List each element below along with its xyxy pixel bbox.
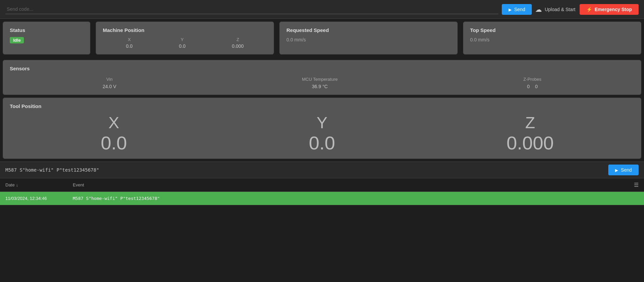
machine-position-title: Machine Position (103, 27, 267, 33)
vin-value: 24.0 V (103, 84, 116, 89)
cmd-send-label: Send (621, 167, 632, 173)
tool-y-label: Y (218, 113, 426, 133)
tool-x-label: X (10, 113, 218, 133)
idle-badge: Idle (10, 37, 24, 43)
tool-y-value: 0.0 (218, 133, 426, 153)
cmd-send-button[interactable]: Send (608, 165, 639, 175)
requested-speed-title: Requested Speed (286, 27, 451, 33)
top-bar: Send Upload & Start Emergency Stop (0, 0, 644, 19)
vin-label: Vin (103, 77, 116, 82)
send-label: Send (514, 7, 525, 12)
bolt-icon (586, 7, 592, 12)
top-right-actions: Upload & Start Emergency Stop (535, 4, 639, 15)
cmd-play-icon (615, 167, 618, 173)
top-speed-value: 0.0 mm/s (470, 37, 634, 42)
status-cards-row: Status Idle Machine Position X 0.0 Y 0.0… (0, 19, 644, 57)
status-card: Status Idle (3, 22, 90, 55)
y-axis-group: Y 0.0 (179, 37, 185, 49)
sort-icon (16, 182, 18, 187)
z-axis-label: Z (232, 37, 244, 42)
x-axis-group: X 0.0 (126, 37, 132, 49)
log-row-date: 11/03/2024, 12:34:46 (5, 196, 73, 201)
mcu-value: 36.9 °C (302, 84, 338, 89)
zprobe-value-1: 0 (527, 84, 530, 89)
tool-z-value: 0.000 (426, 133, 634, 153)
vin-sensor: Vin 24.0 V (103, 77, 116, 89)
emergency-stop-button[interactable]: Emergency Stop (580, 4, 639, 15)
log-table: Date Event 11/03/2024, 12:34:46M587 S"ho… (0, 178, 644, 205)
tool-position-card: Tool Position X 0.0 Y 0.0 Z 0.000 (3, 98, 641, 159)
sensors-title: Sensors (10, 66, 634, 71)
command-bar: M587 S"home-wifi" P"test12345678" Send (0, 162, 644, 178)
sensors-card: Sensors Vin 24.0 V MCU Temperature 36.9 … (3, 60, 641, 95)
sensors-grid: Vin 24.0 V MCU Temperature 36.9 °C Z-Pro… (10, 77, 634, 89)
top-speed-card: Top Speed 0.0 mm/s (463, 22, 641, 55)
y-axis-label: Y (179, 37, 185, 42)
tool-position-section: Tool Position X 0.0 Y 0.0 Z 0.000 (0, 98, 644, 159)
tool-x-value: 0.0 (10, 133, 218, 153)
log-row: 11/03/2024, 12:34:46M587 S"home-wifi" P"… (0, 192, 644, 205)
code-input[interactable] (5, 4, 498, 14)
tool-z-label: Z (426, 113, 634, 133)
log-row-event: M587 S"home-wifi" P"test12345678" (73, 196, 639, 201)
status-card-title: Status (10, 27, 83, 33)
cloud-upload-icon (535, 5, 542, 13)
tool-position-title: Tool Position (10, 103, 634, 109)
upload-label: Upload & Start (545, 7, 575, 12)
tool-x-axis: X 0.0 (10, 113, 218, 153)
z-axis-group: Z 0.000 (232, 37, 244, 49)
mcu-label: MCU Temperature (302, 77, 338, 82)
log-event-label: Event (73, 182, 84, 187)
zprobes-label: Z-Probes (523, 77, 541, 82)
log-actions-header[interactable] (634, 182, 639, 188)
hamburger-icon (634, 183, 639, 188)
y-axis-value: 0.0 (179, 43, 185, 49)
log-date-header[interactable]: Date (5, 182, 73, 187)
machine-position-card: Machine Position X 0.0 Y 0.0 Z 0.000 (96, 22, 274, 55)
top-speed-title: Top Speed (470, 27, 634, 33)
upload-start-button[interactable]: Upload & Start (535, 5, 575, 13)
requested-speed-value: 0.0 mm/s (286, 37, 451, 42)
z-axis-value: 0.000 (232, 43, 244, 49)
zprobes-values: 0 0 (523, 84, 541, 89)
tool-z-axis: Z 0.000 (426, 113, 634, 153)
command-text: M587 S"home-wifi" P"test12345678" (5, 167, 604, 173)
log-rows: 11/03/2024, 12:34:46M587 S"home-wifi" P"… (0, 192, 644, 205)
send-button[interactable]: Send (502, 4, 532, 15)
x-axis-value: 0.0 (126, 43, 132, 49)
log-event-header: Event (73, 182, 634, 187)
emergency-label: Emergency Stop (595, 7, 632, 12)
log-header: Date Event (0, 178, 644, 192)
zprobe-value-2: 0 (535, 84, 538, 89)
log-date-label: Date (5, 182, 14, 187)
tool-position-grid: X 0.0 Y 0.0 Z 0.000 (10, 113, 634, 153)
zprobes-sensor: Z-Probes 0 0 (523, 77, 541, 89)
mcu-sensor: MCU Temperature 36.9 °C (302, 77, 338, 89)
machine-position-grid: X 0.0 Y 0.0 Z 0.000 (103, 37, 267, 49)
requested-speed-card: Requested Speed 0.0 mm/s (279, 22, 458, 55)
tool-y-axis: Y 0.0 (218, 113, 426, 153)
play-icon (509, 7, 512, 12)
sensors-section: Sensors Vin 24.0 V MCU Temperature 36.9 … (0, 60, 644, 95)
x-axis-label: X (126, 37, 132, 42)
